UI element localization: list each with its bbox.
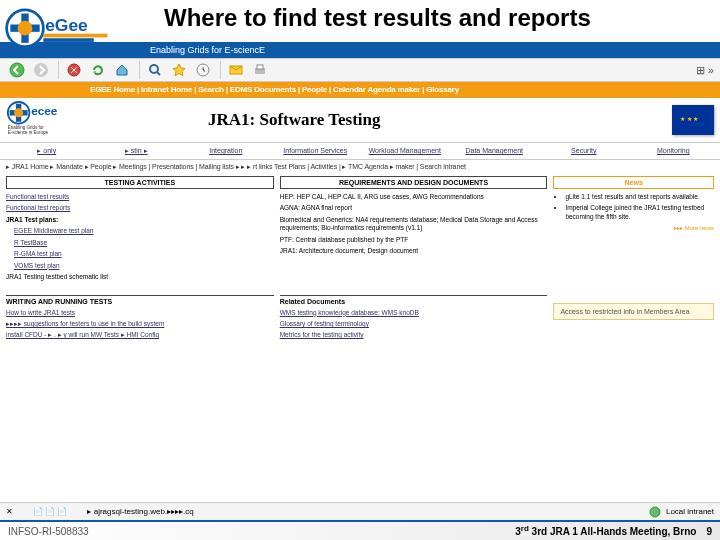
forward-button[interactable] xyxy=(30,60,52,80)
windows-flag-icon: ⊞ » xyxy=(696,64,714,77)
search-icon[interactable] xyxy=(144,60,166,80)
members-area-box[interactable]: Access to restricted info in Members Are… xyxy=(553,303,714,320)
main-content: TESTING ACTIVITIES Functional test resul… xyxy=(0,174,720,287)
list-item[interactable]: JRA1 Testing testbed schematic list xyxy=(6,273,274,281)
news-item: Imperial College joined the JRA1 testing… xyxy=(565,204,714,221)
col-testing-activities: TESTING ACTIVITIES Functional test resul… xyxy=(6,176,274,285)
nav-link[interactable]: Security xyxy=(539,147,629,155)
list-item[interactable]: EGEE Middleware test plan xyxy=(6,227,274,235)
col-related-docs: Related Documents WMS testing knowledge … xyxy=(280,295,548,343)
svg-text:ecee: ecee xyxy=(31,105,58,118)
zone-label: Local intranet xyxy=(666,507,714,516)
svg-point-3 xyxy=(18,21,33,36)
refresh-button[interactable] xyxy=(87,60,109,80)
col-writing-tests: WRITING AND RUNNING TESTS How to write J… xyxy=(6,295,274,343)
page-title: JRA1: Software Testing xyxy=(208,110,381,130)
list-item[interactable]: AGNA: AGNA final report xyxy=(280,204,548,212)
list-item[interactable]: Functional test results xyxy=(6,193,274,201)
list-item[interactable]: VOMS test plan xyxy=(6,262,274,270)
news-item: gLite 1.1 test results and test reports … xyxy=(565,193,714,201)
svg-point-10 xyxy=(150,65,158,73)
back-button[interactable] xyxy=(6,60,28,80)
slide-footer: INFSO-RI-508833 3rd 3rd JRA 1 All-Hands … xyxy=(0,520,720,540)
nav-link[interactable]: Information Services xyxy=(271,147,361,155)
svg-rect-5 xyxy=(43,34,107,38)
col-title: REQUIREMENTS AND DESIGN DOCUMENTS xyxy=(280,176,548,189)
list-item[interactable]: How to write JRA1 tests xyxy=(6,309,274,317)
svg-rect-14 xyxy=(257,65,263,69)
col-title: News xyxy=(553,176,714,189)
breadcrumb[interactable]: ▸ JRA1 Home ▸ Mandate ▸ People ▸ Meeting… xyxy=(0,160,720,174)
list-item[interactable]: Glossary of testing terminology xyxy=(280,320,548,328)
footer-left: INFSO-RI-508833 xyxy=(8,526,89,537)
list-item: JRA1 Test plans: xyxy=(6,216,58,223)
col-members: Access to restricted info in Members Are… xyxy=(553,295,714,343)
col-requirements: REQUIREMENTS AND DESIGN DOCUMENTS HEP: H… xyxy=(280,176,548,285)
svg-text:eGee: eGee xyxy=(45,15,88,35)
list-item[interactable]: Functional test reports xyxy=(6,204,274,212)
col-news: News gLite 1.1 test results and test rep… xyxy=(553,176,714,285)
svg-text:E-science in Europe: E-science in Europe xyxy=(8,130,49,135)
svg-point-18 xyxy=(14,108,23,117)
page-header: ecee Enabling Grids for E-science in Eur… xyxy=(0,98,720,142)
secondary-content: WRITING AND RUNNING TESTS How to write J… xyxy=(0,293,720,345)
footer-right: 3rd 3rd JRA 1 All-Hands Meeting, Brno xyxy=(515,524,696,537)
list-item[interactable]: R TestBase xyxy=(6,239,274,247)
home-button[interactable] xyxy=(111,60,133,80)
more-news-link[interactable]: ▸▸▸ More news xyxy=(553,224,714,231)
intranet-icon xyxy=(648,505,662,519)
list-item[interactable]: Metrics for the testing activity xyxy=(280,331,548,339)
list-item[interactable]: JRA1: Architecture document, Design docu… xyxy=(280,247,548,255)
nav-link[interactable]: ▸ only xyxy=(2,147,92,155)
col-title: TESTING ACTIVITIES xyxy=(6,176,274,189)
nav-link[interactable]: ▸ stin ▸ xyxy=(92,147,182,155)
favorites-icon[interactable] xyxy=(168,60,190,80)
security-zone: Local intranet xyxy=(648,505,714,519)
list-item[interactable]: R-GMA test plan xyxy=(6,250,274,258)
nav-link[interactable]: Monitoring xyxy=(629,147,719,155)
nav-link[interactable]: Integration xyxy=(181,147,271,155)
svg-text:Enabling Grids for: Enabling Grids for xyxy=(8,125,45,130)
eu-flag-icon xyxy=(672,105,714,135)
list-item[interactable]: install CFDU - ▸ . ▸ y will run MW Tests… xyxy=(6,331,274,339)
list-item[interactable]: WMS testing knowledge database: WMS knoD… xyxy=(280,309,548,317)
list-item[interactable]: Biomedical and Generics: NA4 requirement… xyxy=(280,216,548,233)
list-item[interactable]: PTF: Central database published by the P… xyxy=(280,236,548,244)
history-icon[interactable] xyxy=(192,60,214,80)
browser-status-bar: ✕ 📄 📄 📄 ▸ ajragsql-testing.web.▸▸▸▸.cq L… xyxy=(0,502,720,520)
nav-link[interactable]: Data Management xyxy=(450,147,540,155)
svg-point-7 xyxy=(10,63,24,77)
list-item[interactable]: HEP: HEP CAL, HEP CAL II, ARG use cases,… xyxy=(280,193,548,201)
stop-button[interactable] xyxy=(63,60,85,80)
section-nav[interactable]: ▸ only ▸ stin ▸ Integration Information … xyxy=(0,142,720,160)
browser-toolbar: ⊞ » xyxy=(0,58,720,82)
egee-logo: eGee xyxy=(4,2,144,58)
mail-icon[interactable] xyxy=(225,60,247,80)
status-text: 📄 📄 📄 xyxy=(33,507,67,516)
col-title: WRITING AND RUNNING TESTS xyxy=(6,298,274,305)
list-item[interactable]: ▸▸▸▸ suggestions for testers to use in t… xyxy=(6,320,274,328)
slide-title: Where to find test results and reports xyxy=(164,4,591,32)
svg-rect-6 xyxy=(43,38,93,42)
nav-link[interactable]: Workload Management xyxy=(360,147,450,155)
svg-point-8 xyxy=(34,63,48,77)
egee-small-logo: ecee Enabling Grids for E-science in Eur… xyxy=(6,100,78,140)
svg-point-22 xyxy=(650,507,660,517)
col-title: Related Documents xyxy=(280,298,548,305)
status-done-icon: ✕ xyxy=(6,507,13,516)
page-number: 9 xyxy=(706,526,712,537)
site-top-nav[interactable]: EGEE Home | Intranet Home | Search | EDM… xyxy=(0,82,720,98)
print-icon[interactable] xyxy=(249,60,271,80)
status-path: ▸ ajragsql-testing.web.▸▸▸▸.cq xyxy=(87,507,193,516)
